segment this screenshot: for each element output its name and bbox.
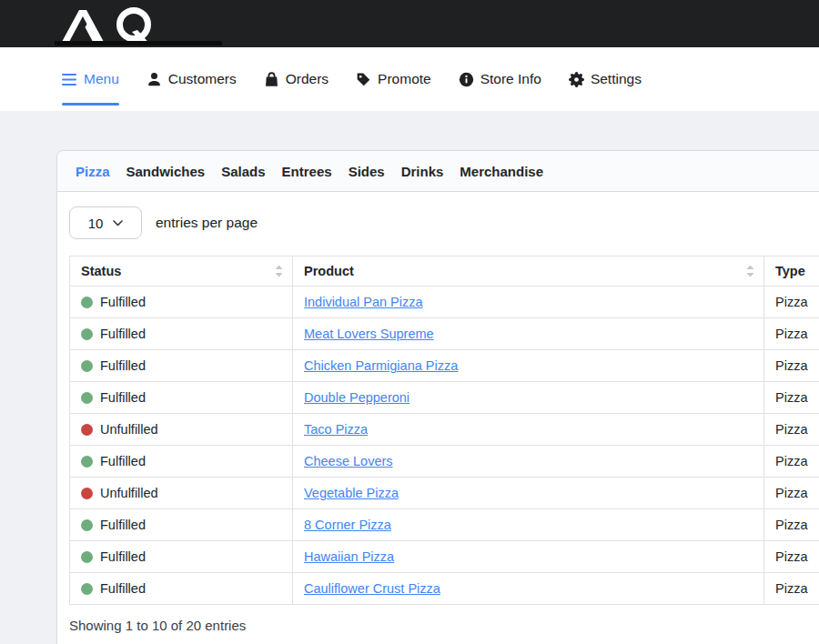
nav-item-promote[interactable]: Promote bbox=[356, 47, 431, 111]
table-row: Fulfilled Hawaiian Pizza Pizza bbox=[70, 541, 819, 573]
status-text: Fulfilled bbox=[100, 518, 146, 532]
status-cell: Unfulfilled bbox=[70, 414, 293, 446]
status-dot bbox=[81, 488, 93, 499]
type-text: Pizza bbox=[775, 454, 807, 468]
column-header-type[interactable]: Type bbox=[764, 257, 819, 287]
tab-sides[interactable]: Sides bbox=[349, 164, 385, 179]
status-dot bbox=[81, 424, 93, 436]
nav-item-orders[interactable]: Orders bbox=[264, 47, 329, 111]
product-cell: Double Pepperoni bbox=[293, 382, 764, 414]
status-dot bbox=[81, 583, 93, 595]
tab-salads[interactable]: Salads bbox=[221, 164, 265, 179]
column-label: Type bbox=[775, 264, 805, 278]
product-cell: Meat Lovers Supreme bbox=[293, 318, 764, 350]
nav-label: Menu bbox=[84, 71, 119, 87]
product-link[interactable]: Individual Pan Pizza bbox=[304, 295, 423, 309]
tab-merchandise[interactable]: Merchandise bbox=[460, 164, 543, 179]
type-cell: Pizza bbox=[764, 478, 819, 509]
status-dot bbox=[81, 456, 93, 468]
table-row: Fulfilled Chicken Parmigiana Pizza Pizza bbox=[70, 350, 819, 382]
product-link[interactable]: Double Pepperoni bbox=[304, 390, 410, 405]
tag-icon bbox=[356, 72, 371, 87]
status-text: Fulfilled bbox=[100, 295, 146, 309]
column-header-product[interactable]: Product bbox=[293, 257, 764, 287]
status-dot bbox=[81, 297, 93, 308]
status-text: Fulfilled bbox=[100, 327, 146, 341]
product-cell: Chicken Parmigiana Pizza bbox=[293, 350, 764, 382]
type-text: Pizza bbox=[775, 295, 807, 309]
status-text: Fulfilled bbox=[100, 454, 146, 468]
product-link[interactable]: Taco Pizza bbox=[304, 422, 368, 437]
product-link[interactable]: Cauliflower Crust Pizza bbox=[304, 581, 440, 596]
type-cell: Pizza bbox=[764, 541, 819, 573]
status-dot bbox=[81, 360, 93, 372]
column-label: Product bbox=[304, 264, 354, 278]
tab-drinks[interactable]: Drinks bbox=[401, 164, 444, 179]
nav-item-menu[interactable]: Menu bbox=[62, 47, 119, 111]
type-text: Pizza bbox=[775, 327, 807, 341]
nav-item-customers[interactable]: Customers bbox=[147, 47, 237, 111]
product-cell: Vegetable Pizza bbox=[293, 478, 764, 509]
status-cell: Fulfilled bbox=[70, 541, 293, 573]
table-row: Fulfilled Meat Lovers Supreme Pizza bbox=[70, 318, 819, 350]
product-cell: 8 Corner Pizza bbox=[293, 509, 764, 541]
status-cell: Fulfilled bbox=[70, 287, 293, 318]
product-cell: Cheese Lovers bbox=[293, 446, 764, 478]
status-dot bbox=[81, 519, 93, 531]
status-text: Fulfilled bbox=[100, 358, 146, 373]
type-cell: Pizza bbox=[764, 350, 819, 382]
nav-label: Orders bbox=[286, 71, 329, 87]
product-link[interactable]: Cheese Lovers bbox=[304, 454, 393, 468]
app-header bbox=[0, 0, 819, 47]
entries-select-value: 10 bbox=[88, 216, 104, 231]
table-row: Unfulfilled Taco Pizza Pizza bbox=[70, 414, 819, 446]
tab-sandwiches[interactable]: Sandwiches bbox=[126, 164, 206, 179]
person-icon bbox=[147, 72, 162, 87]
status-text: Fulfilled bbox=[100, 390, 146, 405]
product-link[interactable]: Chicken Parmigiana Pizza bbox=[304, 358, 458, 373]
column-header-status[interactable]: Status bbox=[70, 257, 293, 287]
table-row: Fulfilled Cheese Lovers Pizza bbox=[70, 446, 819, 478]
type-cell: Pizza bbox=[764, 382, 819, 414]
sort-icon[interactable] bbox=[275, 266, 283, 277]
product-link[interactable]: 8 Corner Pizza bbox=[304, 518, 391, 532]
table-row: Unfulfilled Vegetable Pizza Pizza bbox=[70, 478, 819, 509]
info-circle-icon bbox=[459, 72, 474, 87]
sort-icon[interactable] bbox=[746, 266, 754, 277]
product-link[interactable]: Hawaiian Pizza bbox=[304, 549, 394, 564]
status-cell: Fulfilled bbox=[70, 446, 293, 478]
type-cell: Pizza bbox=[764, 509, 819, 541]
table-row: Fulfilled Double Pepperoni Pizza bbox=[70, 382, 819, 414]
table-row: Fulfilled Individual Pan Pizza Pizza bbox=[70, 287, 819, 318]
product-link[interactable]: Vegetable Pizza bbox=[304, 486, 399, 500]
category-tabs: Pizza Sandwiches Salads Entrees Sides Dr… bbox=[57, 151, 819, 192]
status-text: Fulfilled bbox=[100, 549, 146, 564]
type-text: Pizza bbox=[775, 486, 807, 500]
nav-item-settings[interactable]: Settings bbox=[569, 47, 642, 111]
product-link[interactable]: Meat Lovers Supreme bbox=[304, 327, 434, 341]
type-text: Pizza bbox=[775, 390, 807, 405]
nav-label: Settings bbox=[591, 71, 642, 87]
status-dot bbox=[81, 392, 93, 404]
status-cell: Fulfilled bbox=[70, 318, 293, 350]
status-text: Unfulfilled bbox=[100, 422, 158, 437]
hamburger-icon bbox=[62, 73, 77, 86]
table-row: Fulfilled 8 Corner Pizza Pizza bbox=[70, 509, 819, 541]
page-content: Pizza Sandwiches Salads Entrees Sides Dr… bbox=[0, 111, 819, 644]
entries-select[interactable]: 10 bbox=[69, 206, 142, 239]
shopping-bag-icon bbox=[264, 72, 279, 87]
type-text: Pizza bbox=[775, 518, 807, 532]
type-cell: Pizza bbox=[764, 573, 819, 605]
tab-entrees[interactable]: Entrees bbox=[282, 164, 332, 179]
status-cell: Fulfilled bbox=[70, 509, 293, 541]
entries-per-page-control: 10 entries per page bbox=[57, 192, 819, 256]
type-cell: Pizza bbox=[764, 446, 819, 478]
status-cell: Fulfilled bbox=[70, 573, 293, 605]
table-header-row: Status Product Type bbox=[70, 257, 819, 287]
status-cell: Fulfilled bbox=[70, 382, 293, 414]
nav-item-store-info[interactable]: Store Info bbox=[459, 47, 541, 111]
tab-pizza[interactable]: Pizza bbox=[76, 164, 110, 179]
column-label: Status bbox=[81, 264, 121, 278]
nav-label: Customers bbox=[168, 71, 237, 87]
nav-label: Store Info bbox=[480, 71, 541, 87]
